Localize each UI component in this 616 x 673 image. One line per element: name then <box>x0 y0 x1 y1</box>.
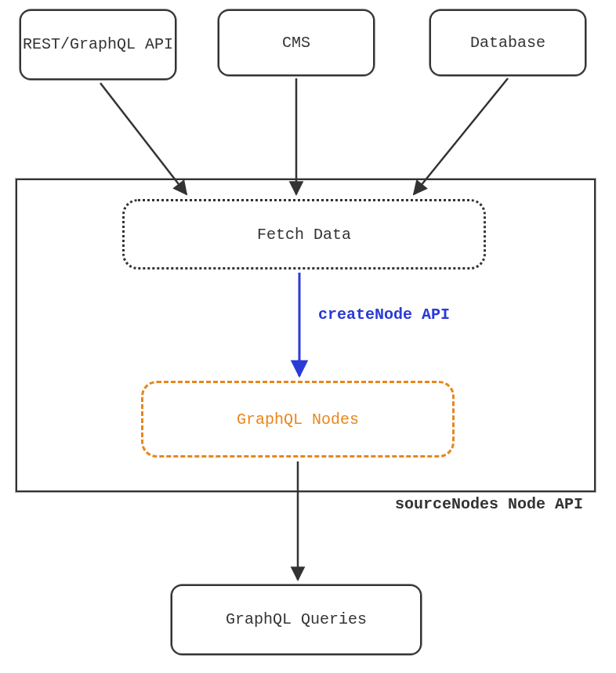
box-cms: CMS <box>218 9 375 76</box>
box-database: Database <box>429 9 586 76</box>
label-text: createNode API <box>318 306 450 324</box>
label-text: sourceNodes Node API <box>395 495 583 513</box>
box-fetch-data: Fetch Data <box>122 199 486 270</box>
label-createnode: createNode API <box>318 306 450 324</box>
box-label: Fetch Data <box>257 226 351 244</box>
box-label: GraphQL Queries <box>226 610 367 630</box>
arrow-db-to-fetch <box>414 78 508 194</box>
box-rest-graphql: REST/GraphQL API <box>20 9 176 80</box>
box-graphql-nodes: GraphQL Nodes <box>141 381 455 458</box>
box-label: REST/GraphQL API <box>23 34 173 55</box>
box-graphql-queries: GraphQL Queries <box>171 584 422 655</box>
box-label: Database <box>470 33 545 53</box>
box-label: CMS <box>282 33 310 53</box>
arrow-rest-to-fetch <box>100 83 187 194</box>
container-label: sourceNodes Node API <box>395 495 583 513</box>
box-label: GraphQL Nodes <box>237 411 359 429</box>
